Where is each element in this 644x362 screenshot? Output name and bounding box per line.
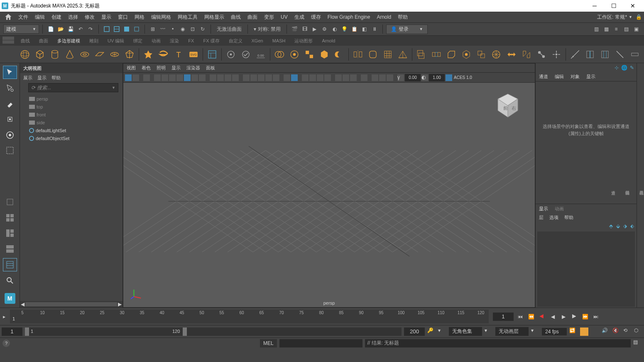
insert-loop-icon[interactable] bbox=[584, 48, 596, 61]
triangulate-icon[interactable] bbox=[397, 48, 409, 61]
extract-icon[interactable] bbox=[304, 48, 315, 61]
layer-move-down-icon[interactable]: ⬙ bbox=[616, 223, 620, 229]
vp-gamma-btn-icon[interactable]: γ bbox=[397, 74, 404, 81]
undo-icon[interactable]: ↶ bbox=[76, 25, 85, 33]
vp-snap-icon[interactable] bbox=[191, 74, 198, 81]
shelf-tab-sculpt[interactable]: 雕刻 bbox=[85, 36, 103, 46]
timeline-collapse-icon[interactable]: ▸ bbox=[0, 308, 8, 325]
shelf-tab-xgen[interactable]: XGen bbox=[247, 37, 267, 45]
layer-list[interactable] bbox=[537, 231, 635, 307]
layout-two-icon[interactable] bbox=[3, 242, 17, 256]
vp-view-transform-icon[interactable] bbox=[387, 74, 393, 81]
menu-cache[interactable]: 缓存 bbox=[308, 12, 324, 22]
panel-layout-2-icon[interactable]: ▦ bbox=[602, 25, 610, 33]
vp-film-gate-icon[interactable] bbox=[217, 74, 224, 81]
outliner-menu-display[interactable]: 显示 bbox=[37, 75, 47, 81]
search-icon[interactable] bbox=[3, 274, 17, 287]
light-editor-icon[interactable]: 💡 bbox=[340, 25, 349, 33]
poly-type-icon[interactable]: T bbox=[173, 48, 184, 61]
vp-menu-view[interactable]: 视图 bbox=[127, 65, 136, 71]
outliner-item[interactable]: front bbox=[20, 111, 122, 118]
vp-xray-joints-icon[interactable] bbox=[361, 74, 367, 81]
shelf-tab-arnold[interactable]: Arnold bbox=[318, 37, 339, 45]
last-tool[interactable] bbox=[3, 195, 17, 209]
fps-dropdown[interactable]: 24 fps bbox=[542, 328, 567, 335]
vp-grease-icon[interactable] bbox=[169, 74, 176, 81]
vp-exposure-input[interactable] bbox=[429, 74, 445, 81]
layout-four-icon[interactable] bbox=[3, 227, 17, 240]
charset-dropdown[interactable]: 无角色集 bbox=[449, 327, 482, 336]
shelf-tab-curves[interactable]: 曲线 bbox=[17, 36, 34, 46]
rp-tab-show[interactable]: 显示 bbox=[586, 74, 595, 80]
pause-icon[interactable]: ⏸ bbox=[370, 25, 379, 33]
audio-icon[interactable]: 🔊 bbox=[602, 328, 610, 336]
outliner-menu-help[interactable]: 帮助 bbox=[51, 75, 61, 81]
outliner-item[interactable]: defaultObjectSet bbox=[20, 134, 122, 142]
detach-icon[interactable] bbox=[521, 48, 532, 61]
bevel-icon[interactable] bbox=[446, 48, 457, 61]
active-surface-dropdown[interactable]: 无激活曲面 bbox=[214, 25, 244, 34]
vp-ghost-icon[interactable] bbox=[176, 74, 183, 81]
vp-res-gate-icon[interactable] bbox=[225, 74, 231, 81]
content-browser-icon[interactable] bbox=[206, 48, 218, 61]
poly-platonic-icon[interactable] bbox=[124, 48, 135, 61]
append-icon[interactable] bbox=[475, 48, 487, 61]
rp-tab-object[interactable]: 对象 bbox=[571, 74, 580, 80]
menu-flowgraph[interactable]: Flow Graph Engine bbox=[324, 12, 374, 22]
outliner-item[interactable]: persp bbox=[20, 95, 122, 103]
render-view-icon[interactable]: 🎬 bbox=[291, 25, 299, 33]
menu-mesh[interactable]: 网格 bbox=[131, 12, 148, 22]
snap-point-icon[interactable]: • bbox=[169, 25, 177, 33]
shelf-tab-rigging[interactable]: 绑定 bbox=[129, 36, 147, 46]
snap-center-icon[interactable]: ◉ bbox=[179, 25, 187, 33]
workspace-selector[interactable]: 工作区: 常规* ▼ bbox=[594, 14, 636, 21]
vp-2d-pan-icon[interactable] bbox=[162, 74, 168, 81]
mute-icon[interactable]: 🔇 bbox=[612, 328, 621, 336]
outliner-menu-show[interactable]: 展示 bbox=[23, 75, 32, 81]
snap-view-icon[interactable]: ⊡ bbox=[189, 25, 197, 33]
menu-meshdisplay[interactable]: 网格显示 bbox=[201, 12, 228, 22]
minimize-button[interactable]: ─ bbox=[585, 0, 604, 12]
charset-opts-icon[interactable]: ▾ bbox=[485, 328, 493, 336]
poly-cone-icon[interactable] bbox=[64, 48, 76, 61]
rp-tab-edit[interactable]: 编辑 bbox=[555, 74, 564, 80]
play-back-icon[interactable]: ◀ bbox=[549, 313, 557, 321]
globe-icon[interactable]: 🌐 bbox=[621, 65, 627, 71]
login-button[interactable]: 👤登录▼ bbox=[386, 25, 428, 34]
extrude-icon[interactable] bbox=[416, 48, 427, 61]
bool-diff-icon[interactable] bbox=[333, 48, 345, 61]
vp-exposure-icon[interactable] bbox=[372, 74, 378, 81]
target-weld-icon[interactable] bbox=[551, 48, 562, 61]
vp-wireframe-icon[interactable] bbox=[243, 74, 250, 81]
mode-dropdown[interactable]: 建模▼ bbox=[3, 25, 39, 34]
panel-layout-4-icon[interactable]: ▤ bbox=[622, 25, 630, 33]
shelf-tab-anim[interactable]: 动画 bbox=[147, 36, 165, 46]
vp-light3-icon[interactable] bbox=[350, 74, 357, 81]
sync-icon[interactable]: ⟲ bbox=[623, 328, 632, 336]
manip-icon[interactable]: ⊹ bbox=[615, 65, 619, 71]
vp-menu-renderer[interactable]: 渲染器 bbox=[186, 65, 200, 71]
snap-live-icon[interactable]: ↻ bbox=[198, 25, 207, 33]
save-scene-icon[interactable]: 💾 bbox=[66, 25, 75, 33]
layer-add-sel-icon[interactable]: ⬗ bbox=[623, 223, 627, 229]
script-editor-icon[interactable]: ▤ bbox=[633, 339, 642, 347]
poly-sweep-icon[interactable] bbox=[142, 48, 154, 61]
layer-tab-anim[interactable]: 动画 bbox=[555, 206, 564, 212]
select-vertex-icon[interactable] bbox=[103, 25, 111, 33]
maximize-button[interactable]: ☐ bbox=[604, 0, 623, 12]
connect-icon[interactable] bbox=[240, 48, 252, 61]
layer-new-icon[interactable]: ⬖ bbox=[630, 223, 634, 229]
menu-meshtools[interactable]: 网格工具 bbox=[174, 12, 201, 22]
hypershade-icon[interactable]: ◐ bbox=[331, 25, 339, 33]
select-face-icon[interactable] bbox=[122, 25, 131, 33]
merge-icon[interactable] bbox=[536, 48, 547, 61]
vp-bookmark-icon[interactable] bbox=[143, 74, 150, 81]
shrinkwrap-icon[interactable] bbox=[225, 48, 237, 61]
ipr-icon[interactable]: ▶ bbox=[311, 25, 319, 33]
symmetry-dropdown[interactable]: ▾对称: 禁用 bbox=[251, 25, 283, 34]
crease-icon[interactable] bbox=[614, 48, 626, 61]
shelf-tab-uv[interactable]: UV 编辑 bbox=[103, 36, 128, 46]
combine-icon[interactable] bbox=[274, 48, 285, 61]
go-start-icon[interactable]: ⏮ bbox=[516, 313, 524, 321]
bridge-icon[interactable] bbox=[431, 48, 442, 61]
